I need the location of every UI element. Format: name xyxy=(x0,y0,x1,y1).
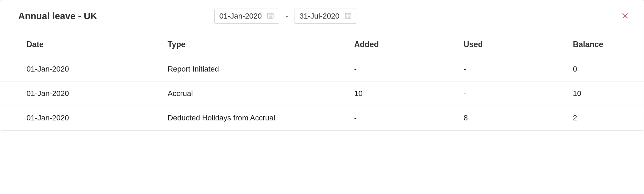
svg-point-7 xyxy=(269,17,269,17)
cell-date: 01-Jan-2020 xyxy=(0,57,168,82)
date-to-value: 31-Jul-2020 xyxy=(299,12,339,21)
date-range-separator: - xyxy=(286,12,288,21)
date-from-value: 01-Jan-2020 xyxy=(219,12,262,21)
close-icon xyxy=(621,12,629,21)
cell-type: Deducted Holidays from Accrual xyxy=(168,106,354,130)
svg-point-6 xyxy=(271,16,272,16)
cell-added: - xyxy=(354,106,463,130)
column-header-balance: Balance xyxy=(573,32,644,57)
svg-point-4 xyxy=(269,16,269,16)
column-header-used: Used xyxy=(463,32,573,57)
cell-type: Accrual xyxy=(168,82,354,106)
svg-point-15 xyxy=(348,16,348,16)
cell-added: - xyxy=(354,57,463,82)
cell-added: 10 xyxy=(354,82,463,106)
cell-used: - xyxy=(463,82,573,106)
table-body: 01-Jan-2020 Report Initiated - - 0 01-Ja… xyxy=(0,57,644,130)
cell-type: Report Initiated xyxy=(168,57,354,82)
svg-point-9 xyxy=(271,17,272,17)
calendar-icon xyxy=(344,12,352,21)
calendar-icon xyxy=(267,12,274,21)
panel-header: Annual leave - UK 01-Jan-2020 xyxy=(0,0,644,32)
table-row: 01-Jan-2020 Deducted Holidays from Accru… xyxy=(0,106,644,130)
column-header-type: Type xyxy=(168,32,354,57)
svg-point-8 xyxy=(270,17,271,17)
leave-report-table: Date Type Added Used Balance 01-Jan-2020… xyxy=(0,32,644,130)
table-row: 01-Jan-2020 Report Initiated - - 0 xyxy=(0,57,644,82)
close-button[interactable] xyxy=(620,11,630,21)
cell-used: - xyxy=(463,57,573,82)
svg-point-14 xyxy=(346,16,347,16)
cell-used: 8 xyxy=(463,106,573,130)
cell-date: 01-Jan-2020 xyxy=(0,106,168,130)
column-header-date: Date xyxy=(0,32,168,57)
svg-point-17 xyxy=(346,17,347,17)
svg-point-16 xyxy=(349,16,350,16)
svg-point-5 xyxy=(270,16,271,16)
cell-balance: 10 xyxy=(573,82,644,106)
cell-date: 01-Jan-2020 xyxy=(0,82,168,106)
table-row: 01-Jan-2020 Accrual 10 - 10 xyxy=(0,82,644,106)
column-header-added: Added xyxy=(354,32,463,57)
cell-balance: 0 xyxy=(573,57,644,82)
date-to-input[interactable]: 31-Jul-2020 xyxy=(294,9,357,24)
svg-point-18 xyxy=(348,17,348,17)
date-from-input[interactable]: 01-Jan-2020 xyxy=(214,9,280,24)
cell-balance: 2 xyxy=(573,106,644,130)
svg-point-19 xyxy=(349,17,350,17)
table-header-row: Date Type Added Used Balance xyxy=(0,32,644,57)
leave-report-panel: Annual leave - UK 01-Jan-2020 xyxy=(0,0,644,131)
date-range-picker: 01-Jan-2020 - xyxy=(214,9,357,24)
panel-title: Annual leave - UK xyxy=(18,11,97,22)
